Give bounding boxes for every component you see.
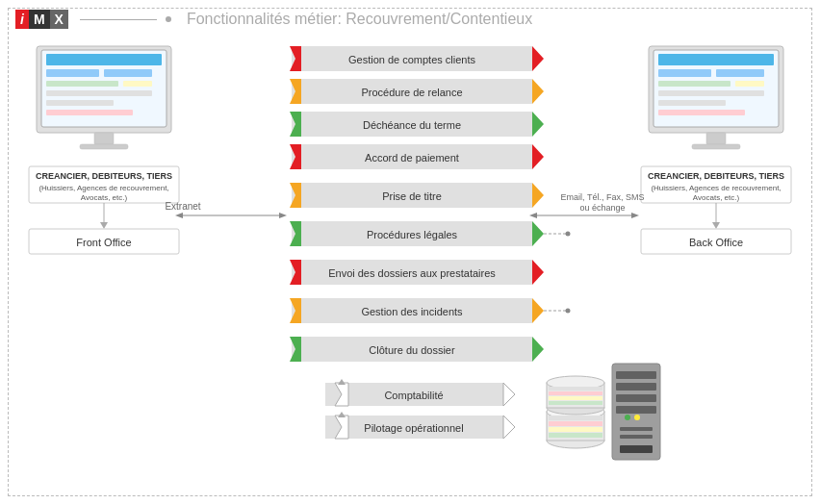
svg-marker-69 [532, 298, 544, 323]
svg-point-63 [566, 232, 571, 237]
svg-rect-31 [706, 133, 726, 144]
header-line [80, 19, 157, 20]
back-office-label: Back Office [689, 237, 743, 248]
svg-rect-86 [549, 416, 602, 420]
svg-rect-89 [549, 433, 602, 438]
svg-rect-30 [658, 110, 745, 115]
right-actor-name: CREANCIER, DEBITEURS, TIERS [648, 171, 784, 181]
svg-rect-99 [616, 383, 656, 391]
svg-marker-68 [290, 298, 301, 323]
svg-rect-100 [616, 394, 656, 402]
svg-marker-71 [290, 337, 301, 362]
header-dot [166, 16, 171, 22]
box-3: Déchéance du terme [363, 119, 461, 131]
svg-rect-4 [104, 69, 152, 77]
svg-marker-48 [290, 79, 301, 104]
svg-marker-43 [529, 213, 537, 218]
svg-marker-45 [290, 46, 301, 71]
svg-marker-77 [338, 379, 346, 385]
svg-text:Email, Tél., Fax, SMS: Email, Tél., Fax, SMS [561, 192, 645, 202]
svg-marker-66 [532, 260, 544, 285]
svg-rect-101 [616, 406, 656, 414]
svg-marker-55 [532, 144, 544, 169]
svg-point-74 [566, 309, 571, 314]
svg-text:(Huissiers, Agences de recouvr: (Huissiers, Agences de recouvrement, [38, 184, 168, 192]
box-5: Prise de titre [382, 190, 442, 202]
svg-rect-11 [80, 144, 128, 149]
logo-x: X [50, 10, 68, 29]
box-comptabilite: Comptabilité [384, 390, 443, 401]
header: i M X Fonctionnalités métier: Recouvreme… [0, 0, 820, 35]
svg-marker-57 [290, 183, 301, 208]
svg-marker-65 [290, 260, 301, 285]
svg-rect-95 [549, 396, 602, 400]
svg-rect-104 [620, 427, 653, 431]
svg-marker-61 [532, 221, 544, 246]
svg-rect-2 [46, 54, 162, 65]
svg-rect-87 [549, 421, 602, 426]
svg-rect-3 [46, 69, 99, 77]
svg-rect-23 [658, 54, 774, 65]
svg-rect-7 [46, 90, 152, 96]
box-4: Accord de paiement [365, 152, 459, 164]
svg-marker-54 [290, 144, 301, 169]
svg-marker-52 [532, 112, 544, 137]
svg-rect-9 [46, 110, 133, 115]
svg-marker-16 [100, 222, 108, 229]
svg-marker-20 [175, 213, 183, 218]
svg-rect-96 [549, 401, 602, 405]
svg-rect-28 [658, 90, 764, 96]
svg-marker-82 [503, 416, 515, 439]
svg-point-103 [634, 415, 640, 420]
svg-rect-6 [123, 81, 152, 87]
svg-rect-27 [735, 81, 764, 87]
svg-rect-5 [46, 81, 118, 87]
svg-marker-78 [503, 383, 515, 406]
box-7: Envoi des dossiers aux prestataires [328, 267, 496, 279]
box-8: Gestion des incidents [361, 306, 463, 317]
front-office-label: Front Office [76, 237, 131, 248]
box-2: Procédure de relance [361, 87, 462, 98]
svg-rect-98 [616, 371, 656, 379]
left-actor-name: CREANCIER, DEBITEURS, TIERS [36, 171, 172, 181]
svg-marker-72 [532, 337, 544, 362]
svg-rect-26 [658, 81, 730, 87]
diagram-svg: CREANCIER, DEBITEURS, TIERS (Huissiers, … [8, 37, 812, 498]
svg-rect-24 [658, 69, 711, 77]
svg-marker-46 [532, 46, 544, 71]
svg-marker-37 [712, 222, 720, 229]
svg-marker-42 [631, 213, 639, 218]
box-9: Clôture du dossier [369, 344, 455, 356]
box-1: Gestion de comptes clients [348, 54, 476, 65]
svg-rect-25 [716, 69, 764, 77]
logo-i: i [15, 10, 29, 29]
svg-rect-94 [549, 391, 602, 395]
svg-rect-8 [46, 100, 114, 106]
svg-rect-29 [658, 100, 726, 106]
svg-marker-51 [290, 112, 301, 137]
logo-m: M [29, 10, 50, 29]
svg-text:ou échange: ou échange [579, 203, 625, 213]
svg-text:(Huissiers, Agences de recouvr: (Huissiers, Agences de recouvrement, [651, 184, 781, 192]
svg-marker-19 [279, 213, 287, 218]
svg-marker-60 [290, 221, 301, 246]
svg-rect-93 [549, 387, 602, 391]
svg-rect-106 [620, 445, 653, 453]
svg-marker-58 [532, 183, 544, 208]
svg-point-102 [625, 415, 630, 420]
svg-text:Avocats, etc.): Avocats, etc.) [693, 193, 740, 202]
header-title: Fonctionnalités métier: Recouvrement/Con… [187, 11, 532, 28]
svg-text:Avocats, etc.): Avocats, etc.) [81, 193, 128, 202]
svg-marker-81 [338, 412, 346, 417]
svg-rect-105 [620, 435, 653, 439]
box-6: Procédures légales [367, 229, 458, 240]
svg-rect-32 [692, 144, 740, 149]
svg-marker-49 [532, 79, 544, 104]
svg-rect-88 [549, 427, 602, 432]
page-container: i M X Fonctionnalités métier: Recouvreme… [0, 0, 820, 504]
logo: i M X [15, 10, 68, 29]
extranet-label: Extranet [165, 201, 200, 212]
box-pilotage: Pilotage opérationnel [364, 422, 463, 434]
svg-rect-10 [94, 133, 114, 144]
